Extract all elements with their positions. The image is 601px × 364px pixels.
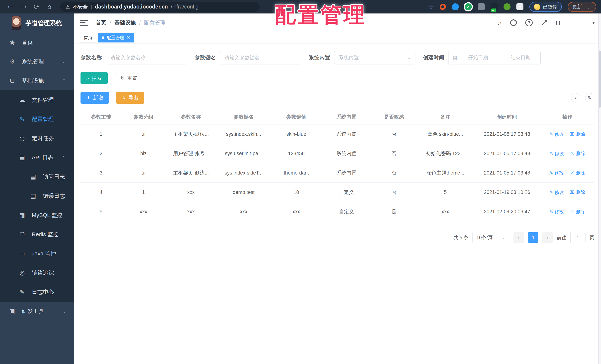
address-bar[interactable]: ⚠ 不安全 | dashboard.yudao.iocoder.cn /infr…	[60, 2, 260, 12]
system-builtin-select[interactable]: 系统内置 ⌄	[334, 51, 415, 64]
sidebar-item-redis-monitor[interactable]: ⛁ Redis 监控	[0, 225, 74, 244]
edit-link[interactable]: ✎修改	[550, 189, 564, 195]
edit-icon: ✎	[18, 116, 26, 123]
forward-icon[interactable]: →	[18, 3, 29, 10]
github-icon[interactable]	[510, 19, 517, 26]
cell: 否	[371, 183, 417, 202]
sidebar-item-file-management[interactable]: ☁ 文件管理	[0, 90, 74, 110]
reload-icon[interactable]: ⟳	[31, 3, 42, 10]
paused-badge[interactable]: 已暂停	[529, 2, 562, 12]
column-header: 创建时间	[474, 110, 541, 124]
security-label[interactable]: 不安全	[73, 3, 88, 10]
add-button[interactable]: + 新增	[80, 92, 109, 104]
breadcrumb-home[interactable]: 首页	[96, 19, 106, 26]
cell: xxx	[417, 202, 474, 222]
extension-orange-icon[interactable]	[440, 4, 446, 10]
cell-actions: ✎修改 ⌧删除	[541, 163, 594, 183]
sidebar-item-error-logs[interactable]: ▤ 错误日志	[0, 186, 74, 206]
sidebar-item-access-logs[interactable]: ▤ 访问日志	[0, 167, 74, 186]
browser-menu-icon[interactable]: ⋮	[586, 3, 591, 10]
caret-down-icon[interactable]: ▾	[592, 20, 595, 25]
export-button[interactable]: ↧ 导出	[116, 92, 144, 104]
reset-button[interactable]: ↻ 重置	[115, 72, 143, 84]
column-header: 参数名称	[165, 110, 217, 124]
update-button[interactable]: 更新 ⋮	[568, 2, 596, 12]
sidebar-item-dev-tools[interactable]: ▣ 研发工具 ⌄	[0, 302, 74, 321]
date-range-picker[interactable]: ▦ 开始日期 - 结束日期	[448, 51, 541, 64]
sidebar-item-home[interactable]: ◉ 首页	[0, 33, 74, 52]
cell: 否	[371, 163, 417, 183]
monitor-icon: ⧉	[8, 77, 16, 84]
delete-label: 删除	[576, 209, 585, 215]
delete-link[interactable]: ⌧删除	[570, 209, 585, 215]
fullscreen-icon[interactable]: ⤢	[541, 19, 547, 27]
close-icon[interactable]: ×	[127, 35, 130, 40]
extension-on-icon[interactable]: on	[491, 3, 498, 10]
edit-link[interactable]: ✎修改	[550, 151, 564, 157]
sidebar-item-infrastructure[interactable]: ⧉ 基础设施 ⌃	[0, 71, 74, 90]
delete-link[interactable]: ⌧删除	[570, 189, 585, 195]
help-icon[interactable]: ?	[525, 19, 533, 26]
extension-green-icon[interactable]	[503, 3, 511, 10]
refresh-table-button[interactable]: ↻	[585, 93, 594, 102]
next-page-button[interactable]: ›	[542, 232, 553, 243]
edit-label: 修改	[554, 131, 564, 137]
cell-actions: ✎修改 ⌧删除	[541, 144, 594, 163]
page-1-button[interactable]: 1	[528, 232, 538, 243]
active-dot-icon	[102, 36, 104, 39]
delete-link[interactable]: ⌧删除	[570, 131, 585, 137]
eye-icon: ◎	[18, 269, 26, 276]
prev-page-button[interactable]: ‹	[513, 232, 524, 243]
sidebar-item-mysql-monitor[interactable]: ▦ MySQL 监控	[0, 206, 74, 225]
sidebar-item-trace[interactable]: ◎ 链路追踪	[0, 263, 74, 282]
cell: 否	[371, 124, 417, 144]
delete-link[interactable]: ⌧删除	[570, 170, 585, 176]
cell: 系统内置	[322, 144, 371, 163]
avatar[interactable]	[570, 16, 584, 30]
app-logo[interactable]: 芋道管理系统	[0, 13, 74, 33]
sidebar-item-java-monitor[interactable]: ▭ Java 监控	[0, 244, 74, 263]
scrollbar-thumb[interactable]	[599, 51, 601, 108]
search-button[interactable]: ⌕ 搜索	[80, 72, 108, 84]
edit-icon: ✎	[550, 209, 553, 214]
cell: 4	[80, 183, 122, 202]
log-icon: ▤	[29, 192, 37, 200]
bookmark-star-icon[interactable]: ☆	[428, 3, 434, 10]
column-header: 参数分组	[122, 110, 165, 124]
param-key-input[interactable]	[220, 51, 301, 64]
goto-page-input[interactable]	[570, 232, 585, 243]
back-icon[interactable]: ←	[5, 3, 16, 10]
home-icon[interactable]: ⌂	[44, 3, 55, 10]
sidebar-item-api-logs[interactable]: ▤ API 日志 ⌃	[0, 148, 74, 167]
select-placeholder: 系统内置	[339, 54, 359, 61]
sidebar-item-scheduled-tasks[interactable]: ◷ 定时任务	[0, 129, 74, 148]
edit-link[interactable]: ✎修改	[550, 170, 564, 176]
hamburger-icon[interactable]	[80, 20, 88, 26]
cell: 3	[80, 163, 122, 183]
menu-label: 配置管理	[32, 115, 54, 123]
log-icon: ▤	[29, 173, 37, 180]
cell: 否	[371, 144, 417, 163]
sidebar-item-log-center[interactable]: ✎ 日志中心	[0, 282, 74, 302]
cell: demo.test	[217, 183, 270, 202]
search-button-label: 搜索	[92, 75, 102, 81]
sidebar-item-system[interactable]: ⚙ 系统管理 ⌄	[0, 52, 74, 71]
font-size-icon[interactable]: tT	[555, 19, 561, 26]
cell: xxx	[122, 202, 165, 222]
toggle-search-button[interactable]: ⌕	[571, 93, 580, 102]
edit-link[interactable]: ✎修改	[550, 209, 564, 215]
page-size-select[interactable]: 10条/页 ⌄	[472, 232, 510, 243]
cell: 系统内置	[322, 163, 371, 183]
sidebar-item-config-management[interactable]: ✎ 配置管理	[0, 110, 74, 129]
puzzle-icon[interactable]: +	[516, 3, 523, 10]
extension-grid-icon[interactable]	[478, 3, 485, 10]
breadcrumb-infrastructure[interactable]: 基础设施	[114, 19, 136, 26]
tab-home[interactable]: 首页	[80, 33, 96, 42]
param-name-input[interactable]	[106, 51, 187, 64]
extension-check-icon[interactable]: ✓	[465, 3, 472, 10]
search-icon[interactable]: ⌕	[498, 19, 502, 27]
edit-link[interactable]: ✎修改	[550, 131, 564, 137]
tab-config-management[interactable]: 配置管理 ×	[98, 33, 134, 42]
delete-link[interactable]: ⌧删除	[570, 151, 585, 157]
extension-blue-icon[interactable]	[452, 3, 459, 10]
